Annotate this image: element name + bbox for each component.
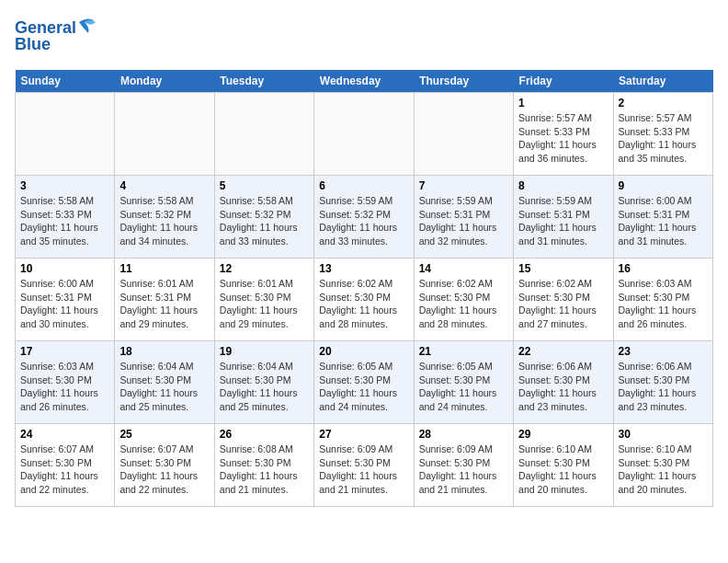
logo-svg: General Blue <box>15 15 97 55</box>
day-of-week-header: Sunday <box>16 70 115 93</box>
calendar-cell: 12Sunrise: 6:01 AM Sunset: 5:30 PM Dayli… <box>214 259 313 341</box>
day-number: 28 <box>419 428 508 441</box>
calendar-cell: 25Sunrise: 6:07 AM Sunset: 5:30 PM Dayli… <box>115 424 214 507</box>
day-info: Sunrise: 6:02 AM Sunset: 5:30 PM Dayligh… <box>319 277 408 331</box>
day-info: Sunrise: 6:08 AM Sunset: 5:30 PM Dayligh… <box>220 442 309 497</box>
calendar-week-row: 3Sunrise: 5:58 AM Sunset: 5:33 PM Daylig… <box>16 176 713 259</box>
calendar-week-row: 1Sunrise: 5:57 AM Sunset: 5:33 PM Daylig… <box>16 93 713 176</box>
calendar-cell: 10Sunrise: 6:00 AM Sunset: 5:31 PM Dayli… <box>16 259 115 341</box>
day-number: 17 <box>20 345 109 358</box>
day-info: Sunrise: 6:10 AM Sunset: 5:30 PM Dayligh… <box>619 442 708 497</box>
day-info: Sunrise: 6:01 AM Sunset: 5:30 PM Dayligh… <box>220 277 309 331</box>
calendar-cell: 14Sunrise: 6:02 AM Sunset: 5:30 PM Dayli… <box>414 259 513 341</box>
page-header: General Blue <box>15 15 713 59</box>
calendar-cell: 1Sunrise: 5:57 AM Sunset: 5:33 PM Daylig… <box>514 93 613 176</box>
day-number: 22 <box>518 345 608 358</box>
day-info: Sunrise: 6:09 AM Sunset: 5:30 PM Dayligh… <box>419 442 508 497</box>
calendar-cell: 20Sunrise: 6:05 AM Sunset: 5:30 PM Dayli… <box>314 341 414 424</box>
calendar-table: SundayMondayTuesdayWednesdayThursdayFrid… <box>15 70 713 507</box>
calendar-cell: 24Sunrise: 6:07 AM Sunset: 5:30 PM Dayli… <box>16 424 115 507</box>
calendar-cell: 2Sunrise: 5:57 AM Sunset: 5:33 PM Daylig… <box>613 93 712 176</box>
day-of-week-header: Wednesday <box>314 70 414 93</box>
day-info: Sunrise: 6:06 AM Sunset: 5:30 PM Dayligh… <box>518 360 608 414</box>
calendar-cell: 29Sunrise: 6:10 AM Sunset: 5:30 PM Dayli… <box>514 424 613 507</box>
calendar-cell: 22Sunrise: 6:06 AM Sunset: 5:30 PM Dayli… <box>514 341 613 424</box>
calendar-cell <box>115 93 214 176</box>
day-number: 15 <box>518 262 608 275</box>
calendar-cell: 8Sunrise: 5:59 AM Sunset: 5:31 PM Daylig… <box>514 176 613 259</box>
day-number: 2 <box>619 97 708 109</box>
day-number: 1 <box>518 97 608 109</box>
day-number: 9 <box>619 179 708 192</box>
day-info: Sunrise: 5:59 AM Sunset: 5:31 PM Dayligh… <box>518 194 608 248</box>
calendar-cell: 17Sunrise: 6:03 AM Sunset: 5:30 PM Dayli… <box>16 341 115 424</box>
day-number: 10 <box>20 262 109 275</box>
svg-text:General: General <box>15 18 76 37</box>
calendar-cell <box>214 93 313 176</box>
calendar-cell: 7Sunrise: 5:59 AM Sunset: 5:31 PM Daylig… <box>414 176 513 259</box>
day-number: 14 <box>419 262 508 275</box>
calendar-cell: 6Sunrise: 5:59 AM Sunset: 5:32 PM Daylig… <box>314 176 414 259</box>
calendar-week-row: 17Sunrise: 6:03 AM Sunset: 5:30 PM Dayli… <box>16 341 713 424</box>
day-info: Sunrise: 6:02 AM Sunset: 5:30 PM Dayligh… <box>518 277 608 331</box>
day-info: Sunrise: 6:05 AM Sunset: 5:30 PM Dayligh… <box>319 360 408 414</box>
day-info: Sunrise: 6:09 AM Sunset: 5:30 PM Dayligh… <box>319 442 408 497</box>
calendar-week-row: 10Sunrise: 6:00 AM Sunset: 5:31 PM Dayli… <box>16 259 713 341</box>
day-of-week-header: Monday <box>115 70 214 93</box>
day-number: 20 <box>319 345 408 358</box>
day-number: 27 <box>319 428 408 441</box>
day-info: Sunrise: 6:02 AM Sunset: 5:30 PM Dayligh… <box>419 277 508 331</box>
calendar-cell: 3Sunrise: 5:58 AM Sunset: 5:33 PM Daylig… <box>16 176 115 259</box>
day-number: 19 <box>220 345 309 358</box>
day-info: Sunrise: 5:58 AM Sunset: 5:32 PM Dayligh… <box>119 194 209 248</box>
day-number: 7 <box>419 179 508 192</box>
calendar-cell: 23Sunrise: 6:06 AM Sunset: 5:30 PM Dayli… <box>613 341 712 424</box>
day-info: Sunrise: 6:10 AM Sunset: 5:30 PM Dayligh… <box>518 442 608 497</box>
calendar-header-row: SundayMondayTuesdayWednesdayThursdayFrid… <box>16 70 713 93</box>
day-info: Sunrise: 5:58 AM Sunset: 5:32 PM Dayligh… <box>220 194 309 248</box>
calendar-cell: 11Sunrise: 6:01 AM Sunset: 5:31 PM Dayli… <box>115 259 214 341</box>
day-number: 5 <box>220 179 309 192</box>
day-info: Sunrise: 6:05 AM Sunset: 5:30 PM Dayligh… <box>419 360 508 414</box>
calendar-cell: 26Sunrise: 6:08 AM Sunset: 5:30 PM Dayli… <box>214 424 313 507</box>
day-number: 24 <box>20 428 109 441</box>
day-number: 30 <box>619 428 708 441</box>
calendar-cell: 27Sunrise: 6:09 AM Sunset: 5:30 PM Dayli… <box>314 424 414 507</box>
day-number: 13 <box>319 262 408 275</box>
day-info: Sunrise: 6:03 AM Sunset: 5:30 PM Dayligh… <box>619 277 708 331</box>
day-of-week-header: Friday <box>514 70 613 93</box>
day-info: Sunrise: 6:03 AM Sunset: 5:30 PM Dayligh… <box>20 360 109 414</box>
day-info: Sunrise: 6:00 AM Sunset: 5:31 PM Dayligh… <box>20 277 109 331</box>
logo: General Blue <box>15 15 97 59</box>
day-info: Sunrise: 5:57 AM Sunset: 5:33 PM Dayligh… <box>619 111 708 166</box>
calendar-cell: 13Sunrise: 6:02 AM Sunset: 5:30 PM Dayli… <box>314 259 414 341</box>
day-info: Sunrise: 5:59 AM Sunset: 5:31 PM Dayligh… <box>419 194 508 248</box>
calendar-cell: 15Sunrise: 6:02 AM Sunset: 5:30 PM Dayli… <box>514 259 613 341</box>
calendar-cell: 30Sunrise: 6:10 AM Sunset: 5:30 PM Dayli… <box>613 424 712 507</box>
day-number: 29 <box>518 428 608 441</box>
day-info: Sunrise: 5:57 AM Sunset: 5:33 PM Dayligh… <box>518 111 608 166</box>
day-of-week-header: Tuesday <box>214 70 313 93</box>
day-of-week-header: Saturday <box>613 70 712 93</box>
calendar-cell: 21Sunrise: 6:05 AM Sunset: 5:30 PM Dayli… <box>414 341 513 424</box>
calendar-cell: 28Sunrise: 6:09 AM Sunset: 5:30 PM Dayli… <box>414 424 513 507</box>
day-number: 16 <box>619 262 708 275</box>
day-info: Sunrise: 5:59 AM Sunset: 5:32 PM Dayligh… <box>319 194 408 248</box>
day-info: Sunrise: 6:07 AM Sunset: 5:30 PM Dayligh… <box>20 442 109 497</box>
logo-text-block: General Blue <box>15 15 97 59</box>
calendar-cell <box>414 93 513 176</box>
day-number: 23 <box>619 345 708 358</box>
calendar-cell: 9Sunrise: 6:00 AM Sunset: 5:31 PM Daylig… <box>613 176 712 259</box>
day-number: 18 <box>119 345 209 358</box>
day-info: Sunrise: 6:06 AM Sunset: 5:30 PM Dayligh… <box>619 360 708 414</box>
day-number: 11 <box>119 262 209 275</box>
day-info: Sunrise: 6:07 AM Sunset: 5:30 PM Dayligh… <box>119 442 209 497</box>
svg-text:Blue: Blue <box>15 35 51 53</box>
calendar-cell: 4Sunrise: 5:58 AM Sunset: 5:32 PM Daylig… <box>115 176 214 259</box>
day-number: 12 <box>220 262 309 275</box>
day-info: Sunrise: 5:58 AM Sunset: 5:33 PM Dayligh… <box>20 194 109 248</box>
day-info: Sunrise: 6:00 AM Sunset: 5:31 PM Dayligh… <box>619 194 708 248</box>
day-of-week-header: Thursday <box>414 70 513 93</box>
day-number: 6 <box>319 179 408 192</box>
calendar-cell: 5Sunrise: 5:58 AM Sunset: 5:32 PM Daylig… <box>214 176 313 259</box>
